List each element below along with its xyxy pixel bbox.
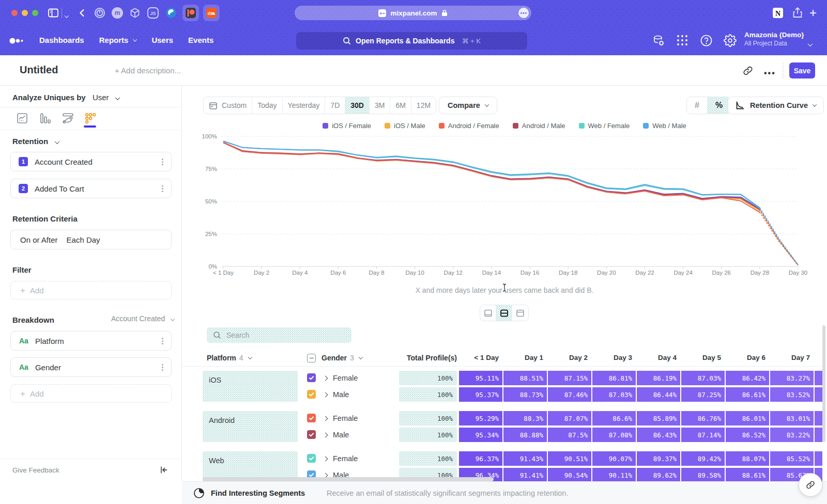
retention-value-cell[interactable]: 85.52%	[770, 451, 814, 466]
extension-cube-icon[interactable]	[127, 5, 143, 21]
breakdown-property-label[interactable]: Platform	[35, 337, 64, 345]
retention-value-cell[interactable]: 90.54%	[548, 468, 591, 481]
analyze-value[interactable]: User	[93, 93, 109, 102]
retention-value-cell[interactable]: 83.27%	[770, 371, 814, 385]
extension-js-icon[interactable]: JS	[145, 5, 161, 21]
retention-value-cell[interactable]: 88.73%	[503, 387, 547, 402]
retention-value-cell[interactable]: 90.51%	[548, 451, 591, 466]
traffic-light-close[interactable]	[11, 10, 18, 16]
layout-split-button[interactable]	[496, 305, 512, 321]
retention-value-cell[interactable]: 86.01%	[726, 411, 769, 426]
retention-value-cell[interactable]: 87.25%	[681, 387, 725, 402]
nav-item-reports[interactable]: Reports	[99, 36, 137, 44]
series-checkbox[interactable]	[307, 373, 316, 382]
nav-item-dashboards[interactable]: Dashboards	[39, 36, 84, 44]
retention-value-cell[interactable]: 86.52%	[726, 428, 769, 442]
expand-row-icon[interactable]	[323, 376, 328, 381]
horizontal-scrollbar[interactable]	[203, 477, 494, 481]
day-column-header[interactable]: < 1 Day	[459, 354, 502, 361]
segments-title[interactable]: Find Interesting Segments	[211, 489, 305, 497]
expand-row-icon[interactable]	[323, 392, 328, 398]
url-options-icon[interactable]: •••	[518, 8, 529, 18]
sidebar-toggle-icon[interactable]	[48, 7, 59, 19]
day-column-header[interactable]: Day 1	[503, 354, 547, 361]
global-search[interactable]: Open Reports & Dashboards ⌘ + K	[296, 32, 527, 50]
mixpanel-logo[interactable]	[9, 37, 26, 45]
breakdown-card-gender[interactable]: Aa Gender	[10, 357, 172, 377]
retention-value-cell[interactable]: 95.34%	[459, 428, 502, 442]
retention-value-cell[interactable]: 95.11%	[459, 371, 502, 385]
add-breakdown-button[interactable]: + Add	[10, 384, 172, 403]
expand-row-icon[interactable]	[323, 416, 328, 421]
step-options-icon[interactable]	[162, 161, 163, 163]
day-column-header[interactable]: Day 6	[726, 354, 769, 361]
retention-value-cell[interactable]: 88.88%	[503, 428, 547, 442]
gender-select-all-checkbox[interactable]	[307, 354, 316, 363]
retention-value-cell[interactable]: 86.6%	[592, 411, 636, 426]
retention-value-cell[interactable]: 87.03%	[681, 371, 725, 385]
retention-value-cell[interactable]: 89.42%	[681, 451, 725, 466]
retention-value-cell[interactable]: 86.42%	[726, 371, 769, 385]
back-icon[interactable]	[78, 8, 87, 18]
url-bar[interactable]: mixpanel.com •••	[295, 6, 531, 20]
retention-value-cell[interactable]: 89.62%	[637, 468, 680, 481]
retention-value-cell[interactable]: 87.07%	[548, 411, 591, 426]
analyze-uniques-row[interactable]: Analyze Uniques by User	[12, 93, 119, 102]
day-column-header[interactable]: Day 2	[548, 354, 591, 361]
retention-value-cell[interactable]: 96.37%	[459, 451, 502, 466]
retention-value-cell[interactable]: 85.89%	[637, 411, 680, 426]
retention-value-cell[interactable]: 90.11%	[592, 468, 636, 481]
add-filter-button[interactable]: + Add	[10, 281, 172, 300]
retention-value-cell[interactable]: 89.58%	[681, 468, 725, 481]
expand-row-icon[interactable]	[323, 456, 328, 462]
extension-1password-icon[interactable]	[91, 5, 108, 21]
share-link-fab[interactable]	[799, 474, 822, 496]
retention-value-cell[interactable]: 87.08%	[592, 428, 636, 442]
retention-value-cell[interactable]: 88.3%	[503, 411, 547, 426]
table-search-input[interactable]: Search	[207, 327, 351, 343]
retention-value-cell[interactable]: 90.07%	[592, 451, 636, 466]
more-options-icon[interactable]: •••	[764, 69, 776, 78]
retention-value-cell[interactable]: 86.81%	[592, 371, 636, 385]
retention-value-cell[interactable]: 83.01%	[770, 411, 814, 426]
day-column-header[interactable]: Day 5	[681, 354, 725, 361]
step-event-label[interactable]: Account Created	[35, 158, 93, 166]
settings-gear-icon[interactable]	[724, 34, 737, 48]
data-management-icon[interactable]	[652, 34, 666, 48]
retention-value-cell[interactable]: 88.07%	[726, 451, 769, 466]
retention-value-cell[interactable]: 87.15%	[548, 371, 591, 385]
traffic-light-zoom[interactable]	[32, 10, 38, 16]
help-icon[interactable]	[700, 34, 713, 48]
account-switcher[interactable]: Amazonia {Demo} All Project Data	[744, 31, 804, 47]
retention-value-cell[interactable]: 95.37%	[459, 387, 502, 402]
breakdown-options-icon[interactable]	[162, 367, 163, 368]
series-checkbox[interactable]	[307, 390, 316, 399]
retention-value-cell[interactable]: 87.46%	[548, 387, 591, 402]
retention-value-cell[interactable]: 86.43%	[637, 428, 680, 442]
extension-patreon-icon[interactable]	[182, 5, 199, 21]
retention-value-cell[interactable]: 91.43%	[503, 451, 547, 466]
nav-item-events[interactable]: Events	[188, 36, 213, 44]
retention-value-cell[interactable]: 87.5%	[548, 428, 591, 442]
retention-value-cell[interactable]: 86.76%	[681, 411, 725, 426]
series-checkbox[interactable]	[307, 430, 316, 439]
series-checkbox[interactable]	[307, 454, 316, 463]
retention-value-cell[interactable]: 87.14%	[681, 428, 725, 442]
step-card-2[interactable]: 2 Added To Cart	[10, 179, 172, 198]
retention-value-cell[interactable]: 88.51%	[503, 371, 547, 385]
notion-icon[interactable]: N	[772, 7, 784, 19]
copy-link-icon[interactable]	[743, 66, 753, 76]
criteria-card[interactable]: On or After Each Day	[10, 230, 172, 249]
day-column-header[interactable]: Day 4	[637, 354, 680, 361]
nav-item-users[interactable]: Users	[151, 36, 173, 44]
layout-table-only-button[interactable]	[512, 305, 528, 321]
tab-funnels[interactable]	[37, 111, 53, 126]
retention-section-header[interactable]: Retention	[12, 137, 59, 146]
extension-globe-icon[interactable]	[163, 5, 179, 21]
gender-column-header[interactable]: Gender 3	[321, 354, 362, 362]
report-title[interactable]: Untitled	[20, 64, 58, 76]
retention-value-cell[interactable]: 91.41%	[503, 468, 547, 481]
breakdown-property-label[interactable]: Gender	[35, 363, 61, 372]
retention-value-cell[interactable]: 87.03%	[592, 387, 636, 402]
collapse-sidebar-icon[interactable]	[160, 466, 168, 474]
